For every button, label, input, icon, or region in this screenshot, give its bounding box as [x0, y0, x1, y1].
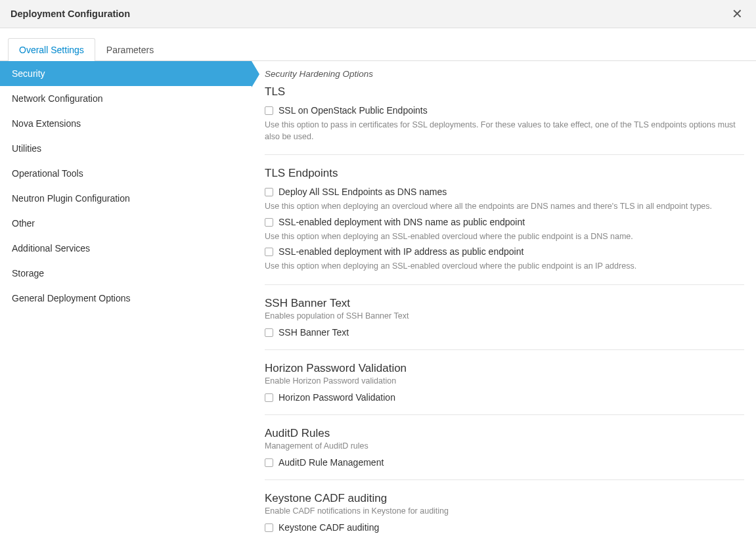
checkbox[interactable]: [265, 106, 273, 115]
sidebar: Security Network Configuration Nova Exte…: [0, 61, 252, 555]
checkbox-label: SSL-enabled deployment with DNS name as …: [278, 217, 525, 227]
group-title: TLS: [265, 85, 744, 99]
group-title: SSH Banner Text: [265, 297, 744, 310]
option-keystone-cadf-auditing[interactable]: Keystone CADF auditing: [265, 522, 744, 533]
option-auditd-rule-management[interactable]: AuditD Rule Management: [265, 457, 744, 468]
group-title: AuditD Rules: [265, 427, 744, 440]
dialog-title: Deployment Configuration: [11, 9, 130, 19]
sidebar-item-security[interactable]: Security: [0, 61, 252, 86]
dialog-header: Deployment Configuration ✕: [0, 0, 756, 28]
checkbox[interactable]: [265, 393, 273, 402]
option-deploy-all-ssl-endpoints-dns[interactable]: Deploy All SSL Endpoints as DNS names: [265, 187, 744, 197]
checkbox-label: SSL-enabled deployment with IP address a…: [278, 246, 523, 257]
checkbox[interactable]: [265, 248, 273, 256]
checkbox[interactable]: [265, 218, 273, 227]
tab-parameters[interactable]: Parameters: [95, 38, 165, 61]
sidebar-item-utilities[interactable]: Utilities: [0, 136, 252, 161]
close-icon[interactable]: ✕: [729, 7, 745, 20]
group-horizon-password-validation: Horizon Password Validation Enable Horiz…: [265, 362, 744, 415]
sidebar-item-network-configuration[interactable]: Network Configuration: [0, 86, 252, 111]
sidebar-item-nova-extensions[interactable]: Nova Extensions: [0, 111, 252, 136]
tab-overall-settings[interactable]: Overall Settings: [8, 38, 95, 61]
help-text: Use this option when deploying an overcl…: [265, 201, 744, 213]
sidebar-item-label: Nova Extensions: [12, 118, 81, 129]
help-text: Use this option to pass in certificates …: [265, 120, 744, 143]
sidebar-item-general-deployment-options[interactable]: General Deployment Options: [0, 286, 252, 311]
group-keystone-cadf-auditing: Keystone CADF auditing Enable CADF notif…: [265, 492, 744, 544]
checkbox-label: Keystone CADF auditing: [278, 522, 379, 533]
sidebar-item-operational-tools[interactable]: Operational Tools: [0, 161, 252, 186]
sidebar-item-additional-services[interactable]: Additional Services: [0, 236, 252, 261]
content-subtitle: Security Hardening Options: [265, 69, 744, 79]
group-title: Keystone CADF auditing: [265, 492, 744, 505]
help-text: Use this option when deploying an SSL-en…: [265, 231, 744, 243]
group-tls: TLS SSL on OpenStack Public Endpoints Us…: [265, 85, 744, 155]
checkbox-label: AuditD Rule Management: [278, 457, 384, 468]
checkbox-label: SSL on OpenStack Public Endpoints: [278, 105, 428, 116]
dialog-body: Security Network Configuration Nova Exte…: [0, 61, 756, 555]
tab-label: Parameters: [106, 45, 154, 55]
sidebar-item-label: Other: [12, 218, 35, 229]
group-auditd-rules: AuditD Rules Management of AuditD rules …: [265, 427, 744, 480]
sidebar-item-label: Utilities: [12, 143, 41, 154]
group-ssh-banner-text: SSH Banner Text Enables population of SS…: [265, 297, 744, 350]
group-tls-endpoints: TLS Endpoints Deploy All SSL Endpoints a…: [265, 167, 744, 285]
sidebar-item-label: Network Configuration: [12, 93, 103, 104]
sidebar-item-label: Neutron Plugin Configuration: [12, 193, 130, 204]
checkbox[interactable]: [265, 188, 273, 196]
checkbox-label: SSH Banner Text: [278, 327, 349, 338]
option-ssl-openstack-public-endpoints[interactable]: SSL on OpenStack Public Endpoints: [265, 105, 744, 116]
group-title: Horizon Password Validation: [265, 362, 744, 375]
group-desc: Management of AuditD rules: [265, 441, 744, 451]
checkbox-label: Horizon Password Validation: [278, 392, 395, 403]
checkbox[interactable]: [265, 328, 273, 337]
sidebar-item-label: General Deployment Options: [12, 293, 131, 303]
option-ssl-dns-public-endpoint[interactable]: SSL-enabled deployment with DNS name as …: [265, 217, 744, 227]
content-pane: Security Hardening Options TLS SSL on Op…: [252, 61, 756, 555]
checkbox[interactable]: [265, 523, 273, 532]
sidebar-item-other[interactable]: Other: [0, 211, 252, 236]
tab-label: Overall Settings: [19, 45, 84, 55]
group-title: TLS Endpoints: [265, 167, 744, 180]
checkbox[interactable]: [265, 458, 273, 467]
tabs-bar: Overall Settings Parameters: [0, 28, 756, 61]
help-text: Use this option when deploying an SSL-en…: [265, 261, 744, 273]
option-horizon-password-validation[interactable]: Horizon Password Validation: [265, 392, 744, 403]
group-desc: Enables population of SSH Banner Text: [265, 311, 744, 321]
sidebar-item-label: Security: [12, 68, 45, 79]
checkbox-label: Deploy All SSL Endpoints as DNS names: [278, 187, 447, 197]
sidebar-item-label: Additional Services: [12, 243, 90, 254]
sidebar-item-label: Storage: [12, 268, 44, 278]
sidebar-item-neutron-plugin-configuration[interactable]: Neutron Plugin Configuration: [0, 186, 252, 211]
group-desc: Enable CADF notifications in Keystone fo…: [265, 506, 744, 516]
group-desc: Enable Horizon Password validation: [265, 376, 744, 386]
option-ssl-ip-public-endpoint[interactable]: SSL-enabled deployment with IP address a…: [265, 246, 744, 257]
sidebar-item-label: Operational Tools: [12, 168, 83, 179]
sidebar-item-storage[interactable]: Storage: [0, 261, 252, 286]
option-ssh-banner-text[interactable]: SSH Banner Text: [265, 327, 744, 338]
